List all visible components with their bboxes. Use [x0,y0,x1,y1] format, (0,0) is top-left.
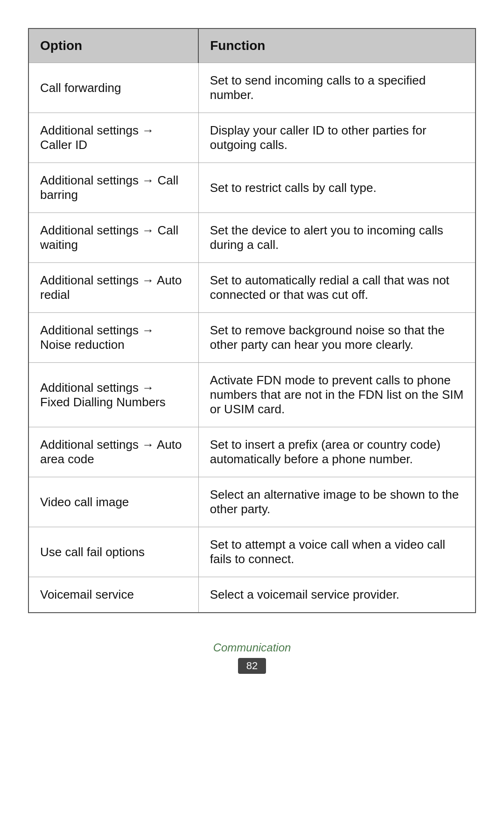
table-row: Additional settings → Call barringSet to… [29,163,475,213]
table-cell-option: Call forwarding [29,63,198,113]
table-cell-option: Video call image [29,477,198,527]
table-cell-function: Set to restrict calls by call type. [198,163,475,213]
table-row: Video call imageSelect an alternative im… [29,477,475,527]
table-cell-option: Additional settings → Noise reduction [29,313,198,363]
header-function: Function [198,29,475,63]
table-cell-function: Select an alternative image to be shown … [198,477,475,527]
table-cell-function: Set to remove background noise so that t… [198,313,475,363]
footer-page-number: 82 [238,658,266,674]
table-row: Additional settings → Auto area codeSet … [29,427,475,477]
table-cell-option: Additional settings → Caller ID [29,113,198,163]
table-row: Additional settings → Caller IDDisplay y… [29,113,475,163]
table-cell-option: Additional settings → Call barring [29,163,198,213]
table-cell-option: Additional settings → Auto area code [29,427,198,477]
table-cell-function: Display your caller ID to other parties … [198,113,475,163]
table-cell-option: Additional settings → Auto redial [29,263,198,313]
table-cell-function: Activate FDN mode to prevent calls to ph… [198,363,475,427]
table-row: Additional settings → Fixed Dialling Num… [29,363,475,427]
table-cell-option: Use call fail options [29,527,198,577]
table-row: Additional settings → Noise reductionSet… [29,313,475,363]
table-cell-option: Additional settings → Fixed Dialling Num… [29,363,198,427]
table-row: Additional settings → Call waitingSet th… [29,213,475,263]
table-header-row: Option Function [29,29,475,63]
header-option: Option [29,29,198,63]
table-cell-function: Set to send incoming calls to a specifie… [198,63,475,113]
table-cell-function: Select a voicemail service provider. [198,577,475,613]
table-cell-option: Additional settings → Call waiting [29,213,198,263]
table-row: Voicemail serviceSelect a voicemail serv… [29,577,475,613]
main-table-container: Option Function Call forwardingSet to se… [28,28,476,613]
page-footer: Communication 82 [213,641,291,674]
table-cell-function: Set the device to alert you to incoming … [198,213,475,263]
footer-label: Communication [213,641,291,654]
table-row: Use call fail optionsSet to attempt a vo… [29,527,475,577]
table-row: Call forwardingSet to send incoming call… [29,63,475,113]
table-row: Additional settings → Auto redialSet to … [29,263,475,313]
table-cell-function: Set to automatically redial a call that … [198,263,475,313]
settings-table: Option Function Call forwardingSet to se… [29,29,475,612]
table-cell-function: Set to attempt a voice call when a video… [198,527,475,577]
table-cell-function: Set to insert a prefix (area or country … [198,427,475,477]
table-cell-option: Voicemail service [29,577,198,613]
